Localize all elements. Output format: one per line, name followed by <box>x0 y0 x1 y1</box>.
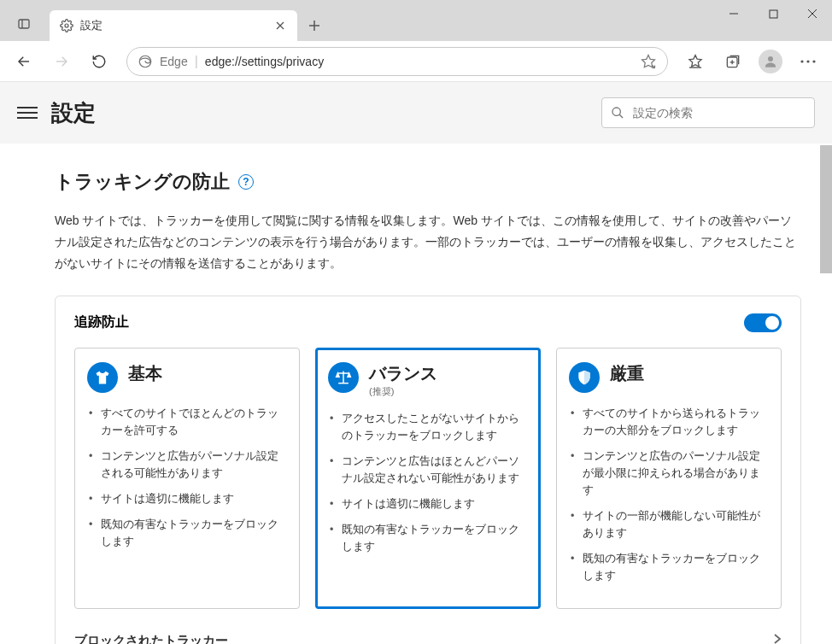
menu-button[interactable] <box>17 107 38 119</box>
option-subtitle: (推奨) <box>369 385 437 398</box>
svg-point-25 <box>806 60 809 62</box>
close-tab-button[interactable] <box>273 19 287 32</box>
blocked-trackers-title: ブロックされたトラッカー <box>74 633 228 644</box>
gear-icon <box>60 19 73 32</box>
option-bullet: コンテンツと広告がパーソナル設定される可能性があります <box>87 448 287 482</box>
option-bullet: すべてのサイトから送られるトラッカーの大部分をブロックします <box>569 405 769 439</box>
settings-search-input[interactable] <box>633 106 806 120</box>
help-icon[interactable]: ? <box>238 174 254 190</box>
tracking-options: 基本 すべてのサイトでほとんどのトラッカーを許可する コンテンツと広告がパーソナ… <box>74 348 782 609</box>
minimize-button[interactable] <box>714 0 753 27</box>
tab-strip: 設定 <box>0 0 331 41</box>
option-bullet: 既知の有害なトラッカーをブロックします <box>87 516 287 550</box>
svg-rect-8 <box>770 10 777 18</box>
svg-point-26 <box>812 60 815 62</box>
svg-point-24 <box>800 60 803 62</box>
section-title: トラッキングの防止 <box>55 169 230 195</box>
forward-button[interactable] <box>44 44 79 79</box>
blocked-trackers-row[interactable]: ブロックされたトラッカー <box>74 628 782 644</box>
more-button[interactable] <box>791 44 825 79</box>
profile-button[interactable] <box>753 44 788 79</box>
address-separator: | <box>195 54 198 69</box>
svg-point-23 <box>768 56 773 61</box>
section-title-row: トラッキングの防止 ? <box>55 169 801 195</box>
favorite-star-button[interactable] <box>636 50 660 73</box>
option-title: 厳重 <box>610 362 644 385</box>
tracking-option-strict[interactable]: 厳重 すべてのサイトから送られるトラッカーの大部分をブロックします コンテンツと… <box>556 348 782 609</box>
option-bullet: サイトは適切に機能します <box>87 490 287 507</box>
tracking-card: 追跡防止 基本 すべてのサイトでほとんどのトラッカーを許可する コンテンツと広告… <box>55 296 801 644</box>
toolbar: Edge | edge://settings/privacy <box>0 41 832 82</box>
favorites-button[interactable] <box>678 44 712 79</box>
option-bullet: サイトは適切に機能します <box>328 495 528 512</box>
tab-actions-button[interactable] <box>7 7 41 41</box>
close-window-button[interactable] <box>793 0 832 27</box>
collections-button[interactable] <box>716 44 750 79</box>
option-title: バランス <box>369 362 437 385</box>
window-controls <box>714 0 832 27</box>
option-bullet: コンテンツと広告のパーソナル設定が最小限に抑えられる場合があります <box>569 448 769 499</box>
new-tab-button[interactable] <box>297 10 331 41</box>
address-engine-label: Edge <box>160 55 188 68</box>
tracking-option-basic[interactable]: 基本 すべてのサイトでほとんどのトラッカーを許可する コンテンツと広告がパーソナ… <box>74 348 300 609</box>
svg-marker-18 <box>689 55 701 67</box>
refresh-button[interactable] <box>82 44 116 79</box>
section-description: Web サイトでは、トラッカーを使用して閲覧に関する情報を収集します。Web サ… <box>55 210 801 275</box>
balance-icon <box>328 362 359 393</box>
tab-title: 設定 <box>80 18 267 33</box>
tracking-card-title: 追跡防止 <box>74 313 129 331</box>
titlebar: 設定 <box>0 0 832 41</box>
scrollbar-thumb[interactable] <box>820 145 832 273</box>
svg-line-28 <box>619 114 623 118</box>
back-button[interactable] <box>7 44 41 79</box>
tracking-option-balanced[interactable]: バランス (推奨) アクセスしたことがないサイトからのトラッカーをブロックします… <box>315 348 541 609</box>
option-bullet: アクセスしたことがないサイトからのトラッカーをブロックします <box>328 410 528 444</box>
option-title: 基本 <box>128 362 162 385</box>
browser-tab[interactable]: 設定 <box>50 10 297 41</box>
svg-point-2 <box>65 24 68 27</box>
maximize-button[interactable] <box>753 0 793 27</box>
chevron-right-icon <box>773 633 782 644</box>
address-url: edge://settings/privacy <box>205 55 630 68</box>
option-bullet: サイトの一部が機能しない可能性があります <box>569 507 769 542</box>
page-title: 設定 <box>51 98 96 128</box>
search-icon <box>611 106 624 120</box>
tracking-card-header: 追跡防止 <box>74 313 782 332</box>
option-bullet: すべてのサイトでほとんどのトラッカーを許可する <box>87 405 287 439</box>
tracking-toggle[interactable] <box>744 313 782 332</box>
settings-header: 設定 <box>0 82 832 143</box>
content-area: トラッキングの防止 ? Web サイトでは、トラッカーを使用して閲覧に関する情報… <box>0 143 832 644</box>
shirt-icon <box>87 362 118 393</box>
address-bar[interactable]: Edge | edge://settings/privacy <box>126 47 668 76</box>
option-bullet: 既知の有害なトラッカーをブロックします <box>569 550 769 584</box>
svg-rect-0 <box>19 20 29 28</box>
avatar-icon <box>759 50 782 73</box>
option-bullet: コンテンツと広告はほとんどパーソナル設定されない可能性があります <box>328 453 528 487</box>
settings-search[interactable] <box>601 97 815 128</box>
edge-logo-icon <box>138 54 153 69</box>
option-bullet: 既知の有害なトラッカーをブロックします <box>328 521 528 555</box>
shield-icon <box>569 362 600 393</box>
svg-point-27 <box>612 108 620 115</box>
